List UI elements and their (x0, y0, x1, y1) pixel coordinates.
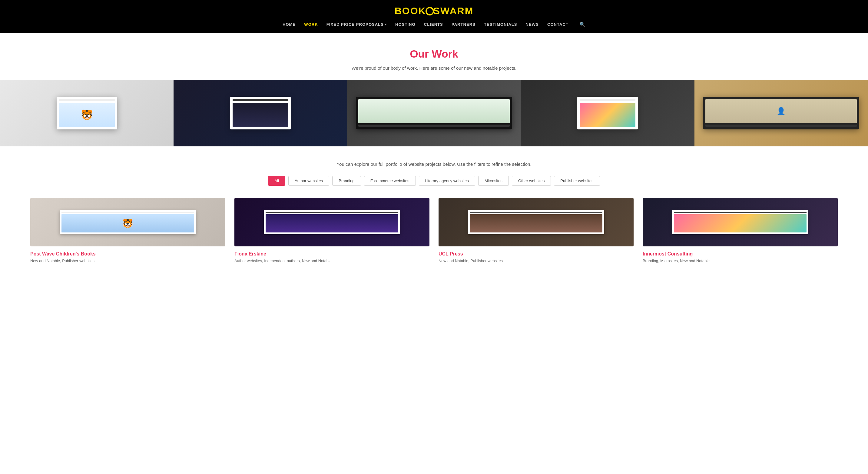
card-mock-post-wave: 🐯 (60, 210, 196, 234)
tiger-icon: 🐯 (81, 109, 93, 121)
card-meta-post-wave: New and Notable, Publisher websites (30, 259, 225, 263)
filter-branding[interactable]: Branding (332, 176, 361, 186)
card-mock-fiona (264, 210, 400, 234)
card-title-ucl: UCL Press (438, 251, 633, 257)
site-header: BOOKSWARM HOME WORK FIXED PRICE PROPOSAL… (0, 0, 868, 33)
filter-all[interactable]: All (268, 176, 285, 186)
nav-home[interactable]: HOME (283, 22, 296, 27)
card-meta-ucl: New and Notable, Publisher websites (438, 259, 633, 263)
hero-panel-3 (347, 80, 521, 146)
main-nav: HOME WORK FIXED PRICE PROPOSALS HOSTING … (283, 22, 585, 27)
portfolio-card-post-wave[interactable]: 🐯 Post Wave Children's Books New and Not… (30, 198, 225, 263)
card-image-innermost (643, 198, 838, 246)
page-title-section: Our Work We're proud of our body of work… (0, 33, 868, 80)
card-image-ucl (438, 198, 633, 246)
nav-testimonials[interactable]: TESTIMONIALS (484, 22, 517, 27)
card-title-post-wave: Post Wave Children's Books (30, 251, 225, 257)
filter-other[interactable]: Other websites (512, 176, 551, 186)
card-mock-ucl (468, 210, 604, 234)
mock-screen-2 (230, 97, 291, 129)
portfolio-card-innermost[interactable]: Innermost Consulting Branding, Microsite… (643, 198, 838, 263)
card-meta-fiona: Author websites, Independent authors, Ne… (235, 259, 430, 263)
nav-hosting[interactable]: HOSTING (395, 22, 415, 27)
search-icon[interactable]: 🔍 (579, 22, 585, 27)
card-title-innermost: Innermost Consulting (643, 251, 838, 257)
page-title: Our Work (12, 48, 856, 60)
hero-panel-2 (174, 80, 347, 146)
portfolio-card-fiona[interactable]: Fiona Erskine Author websites, Independe… (235, 198, 430, 263)
portfolio-grid: 🐯 Post Wave Children's Books New and Not… (30, 198, 838, 263)
filter-ecommerce[interactable]: E-commerce websites (364, 176, 416, 186)
nav-clients[interactable]: CLIENTS (424, 22, 443, 27)
card-mock-innermost (672, 210, 809, 234)
mock-screen-1: 🐯 (57, 97, 117, 129)
portfolio-section: You can explore our full portfolio of we… (0, 146, 868, 275)
hero-panel-5: 👤 (694, 80, 868, 146)
card-meta-innermost: Branding, Microsites, New and Notable (643, 259, 838, 263)
mock-laptop-5: 👤 (703, 97, 859, 129)
portfolio-card-ucl[interactable]: UCL Press New and Notable, Publisher web… (438, 198, 633, 263)
hero-panel-4 (521, 80, 694, 146)
logo-o-icon (426, 7, 434, 16)
mock-laptop-3 (356, 97, 512, 129)
card-image-post-wave: 🐯 (30, 198, 225, 246)
filter-literary[interactable]: Literary agency websites (419, 176, 475, 186)
portfolio-intro: You can explore our full portfolio of we… (30, 161, 838, 167)
site-logo[interactable]: BOOKSWARM (395, 5, 474, 17)
card-title-fiona: Fiona Erskine (235, 251, 430, 257)
page-subtitle: We're proud of our body of work. Here ar… (12, 65, 856, 70)
hero-panel-1: 🐯 (0, 80, 174, 146)
nav-fixed-price[interactable]: FIXED PRICE PROPOSALS (327, 22, 387, 27)
nav-news[interactable]: NEWS (526, 22, 539, 27)
mock-screen-4 (577, 97, 638, 129)
nav-contact[interactable]: CONTACT (547, 22, 568, 27)
filter-bar: All Author websites Branding E-commerce … (30, 176, 838, 186)
filter-publisher[interactable]: Publisher websites (554, 176, 600, 186)
card-image-fiona (235, 198, 430, 246)
nav-work[interactable]: WORK (304, 22, 318, 27)
nav-partners[interactable]: PARTNERS (452, 22, 475, 27)
filter-author[interactable]: Author websites (288, 176, 329, 186)
filter-microsites[interactable]: Microsites (478, 176, 509, 186)
hero-banner: 🐯 👤 (0, 80, 868, 146)
